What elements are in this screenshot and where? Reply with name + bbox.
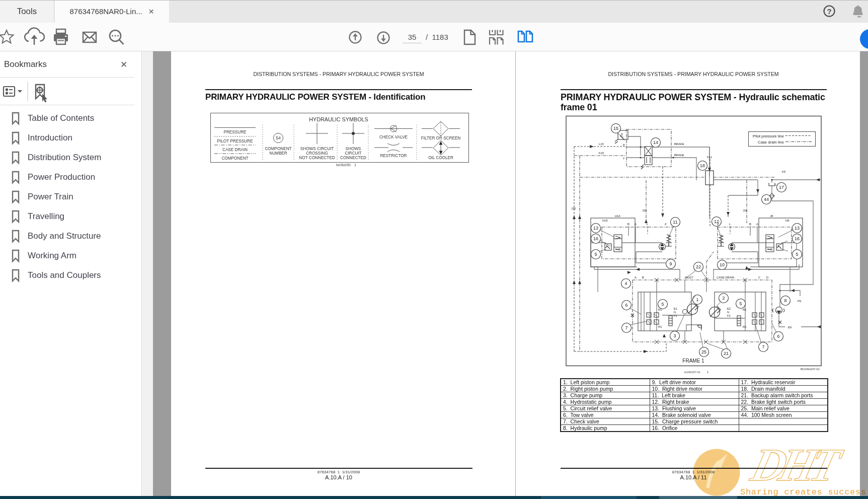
svg-text:A: A [635,276,637,279]
svg-text:R1: R1 [743,325,746,328]
svg-text:BRAKE: BRAKE [674,142,684,146]
svg-text:NOT CONNECTED: NOT CONNECTED [299,156,335,160]
svg-text:F1: F1 [674,314,677,317]
svg-text:N: N [727,311,729,314]
svg-text:SHOWS: SHOWS [346,147,361,151]
svg-text:B: B [749,223,751,226]
svg-text:PILOT PRESSURE: PILOT PRESSURE [217,139,253,144]
svg-text:11: 11 [673,220,677,225]
svg-text:H14: H14 [615,215,620,218]
svg-text:R1: R1 [743,308,746,311]
svg-text:Sharing creates success: Sharing creates success [740,487,866,496]
svg-text:H15: H15 [602,219,608,222]
svg-text:7: 7 [762,344,764,349]
svg-text:13: 13 [593,226,598,231]
svg-text:5: 5 [594,252,597,257]
svg-text:PRESSURE: PRESSURE [223,130,247,134]
svg-text:CASE DRAIN: CASE DRAIN [222,148,248,152]
svg-text:bc04h207-01: bc04h207-01 [684,371,700,374]
svg-text:HYDRAULIC SYMBOLS: HYDRAULIC SYMBOLS [309,116,368,122]
svg-text:OIL COOLER: OIL COOLER [428,156,453,160]
svg-text:4: 4 [624,281,627,286]
svg-text:D: D [766,276,768,279]
svg-text:CONNECTED: CONNECTED [340,156,366,160]
svg-text:BC04H207-01: BC04H207-01 [801,368,820,371]
svg-text:K11: K11 [707,156,712,159]
svg-text:A: A [756,223,758,226]
svg-text:16: 16 [593,236,598,241]
svg-text:15: 15 [613,126,618,131]
svg-text:RESTRICTOR: RESTRICTOR [380,154,407,158]
svg-text:L: L [729,223,731,226]
svg-text:N: N [674,311,676,314]
svg-text:CASE DRAIN: CASE DRAIN [717,276,734,279]
svg-text:44: 44 [764,197,769,202]
svg-text:54: 54 [276,135,281,140]
svg-text:6: 6 [777,334,779,339]
svg-text:CHECK VALVE: CHECK VALVE [379,135,408,139]
svg-text:J8: J8 [770,215,773,218]
svg-text:17: 17 [779,185,784,190]
svg-text:F2: F2 [727,314,731,317]
svg-text:16: 16 [795,236,800,241]
svg-text:FILTER OR SCREEN: FILTER OR SCREEN [421,136,461,140]
svg-text:INLET: INLET [685,276,693,279]
svg-text:R1: R1 [658,325,662,328]
svg-text:Z: Z [717,223,719,226]
svg-text:R1: R1 [658,308,662,311]
svg-text:J15: J15 [642,209,647,212]
svg-text:21: 21 [724,351,729,356]
svg-text:K9: K9 [782,170,785,173]
svg-text:1: 1 [696,297,698,302]
svg-text:3: 3 [673,333,676,338]
svg-text:DHT: DHT [746,439,848,490]
svg-text:13: 13 [795,226,800,231]
svg-text:C: C [758,276,760,279]
svg-text:COMPONENT: COMPONENT [221,156,248,161]
svg-text:L: L [647,223,649,226]
svg-text:B: B [627,223,629,226]
svg-text:1: 1 [354,163,356,167]
svg-text:5: 5 [796,252,798,257]
svg-text:H9: H9 [785,219,789,222]
svg-text:B: B [642,276,644,279]
svg-text:18: 18 [700,163,705,168]
svg-text:SHOWS CIRCUIT: SHOWS CIRCUIT [300,147,334,151]
svg-text:J16: J16 [571,207,576,210]
svg-text:P9: P9 [798,300,801,303]
svg-text:BRAKE: BRAKE [674,154,684,157]
svg-text:Z: Z [665,223,667,226]
svg-text:10: 10 [720,262,725,267]
svg-text:L15: L15 [599,142,604,146]
svg-text:E9: E9 [788,326,792,329]
svg-text:?: ? [827,7,831,16]
svg-text:Case drain line: Case drain line [758,140,784,145]
svg-text:14: 14 [653,140,658,145]
svg-text:CROSSING: CROSSING [306,151,328,156]
svg-text:FRAME 1: FRAME 1 [682,358,704,364]
svg-text:E1: E1 [674,307,677,310]
svg-text:25: 25 [701,349,706,354]
svg-text:2: 2 [722,296,725,301]
svg-text:Pilot pressure line: Pilot pressure line [753,134,784,138]
svg-text:A: A [635,223,637,226]
svg-text:1: 1 [707,371,709,374]
svg-text:E2: E2 [727,307,731,310]
svg-text:COMPONENT: COMPONENT [265,147,291,151]
svg-text:K15: K15 [599,152,604,155]
svg-text:5: 5 [661,302,664,307]
svg-text:5: 5 [739,301,742,306]
svg-text:T: T [623,157,625,160]
svg-text:9: 9 [669,261,672,266]
svg-text:7: 7 [625,325,627,330]
svg-text:22: 22 [696,264,701,269]
svg-text:6: 6 [625,303,627,308]
svg-text:be05e050: be05e050 [336,163,351,167]
svg-text:P: P [623,144,625,147]
svg-text:8: 8 [784,298,786,303]
svg-text:NUMBER: NUMBER [269,151,287,156]
svg-text:J10: J10 [743,209,747,212]
svg-text:CIRCUIT: CIRCUIT [345,151,361,156]
